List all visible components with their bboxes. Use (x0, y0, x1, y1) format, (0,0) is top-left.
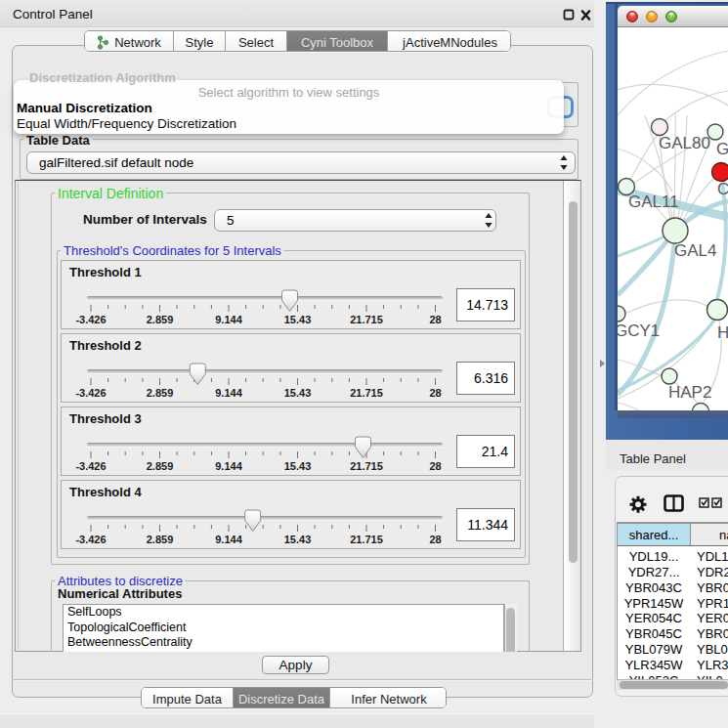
svg-text:HAP2: HAP2 (668, 383, 711, 402)
svg-text:GAL11: GAL11 (628, 193, 679, 211)
svg-text:H: H (717, 323, 728, 342)
svg-text:GAL4: GAL4 (674, 241, 716, 260)
svg-text:GAL80: GAL80 (659, 134, 710, 152)
svg-text:GCY1: GCY1 (618, 321, 660, 340)
svg-text:GA: GA (716, 140, 728, 158)
svg-text:C: C (717, 180, 728, 198)
